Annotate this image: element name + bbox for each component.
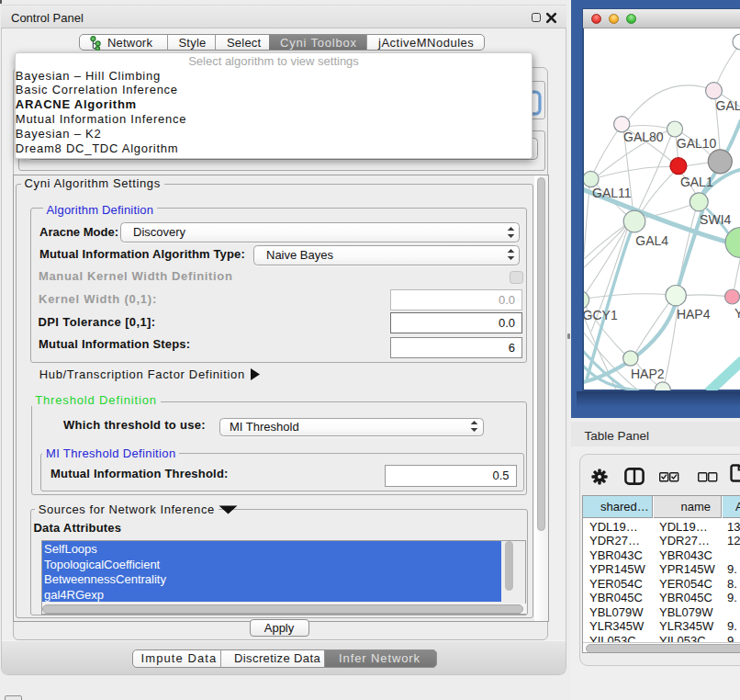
svg-text:GAL: GAL [716,98,740,113]
svg-text:GCY1: GCY1 [584,307,618,322]
svg-text:GAL1: GAL1 [680,174,713,188]
svg-text:Y: Y [734,306,740,321]
svg-text:GAL10: GAL10 [677,136,717,151]
svg-text:GAL4: GAL4 [635,233,668,248]
svg-text:HAP4: HAP4 [677,306,711,321]
svg-text:SWI4: SWI4 [700,212,731,227]
svg-text:GAL11: GAL11 [592,186,632,200]
svg-text:HAP2: HAP2 [631,367,665,381]
svg-text:GAL80: GAL80 [623,130,664,144]
